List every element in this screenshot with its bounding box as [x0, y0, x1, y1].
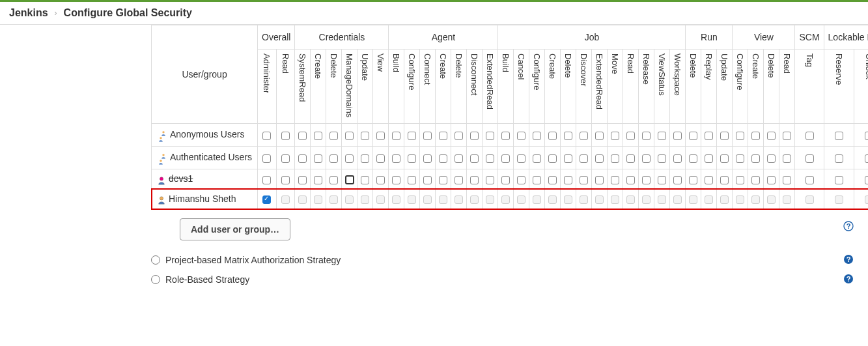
perm-checkbox[interactable]: [564, 176, 572, 184]
perm-checkbox[interactable]: [705, 195, 713, 204]
perm-checkbox[interactable]: [501, 195, 510, 204]
perm-checkbox[interactable]: [658, 195, 666, 204]
perm-checkbox[interactable]: [548, 195, 557, 204]
perm-checkbox[interactable]: [736, 195, 744, 204]
perm-checkbox[interactable]: [642, 154, 651, 163]
perm-checkbox[interactable]: [486, 132, 494, 140]
perm-checkbox[interactable]: [705, 154, 713, 163]
perm-checkbox[interactable]: [501, 154, 510, 163]
perm-checkbox[interactable]: [626, 176, 635, 184]
perm-checkbox[interactable]: [329, 132, 338, 140]
perm-checkbox[interactable]: [470, 132, 479, 140]
perm-checkbox[interactable]: [329, 154, 338, 163]
perm-checkbox[interactable]: [423, 132, 432, 140]
perm-checkbox[interactable]: [423, 176, 432, 184]
perm-checkbox[interactable]: [865, 132, 868, 140]
perm-checkbox[interactable]: [689, 195, 697, 204]
perm-checkbox[interactable]: [361, 195, 369, 204]
perm-checkbox[interactable]: [376, 195, 385, 204]
perm-checkbox[interactable]: [298, 195, 307, 204]
perm-checkbox[interactable]: [314, 132, 322, 140]
perm-checkbox[interactable]: [783, 195, 791, 204]
perm-checkbox[interactable]: [673, 176, 682, 184]
perm-checkbox[interactable]: [783, 176, 791, 184]
perm-checkbox[interactable]: [865, 195, 868, 204]
perm-checkbox[interactable]: [626, 132, 635, 140]
perm-checkbox[interactable]: [835, 195, 843, 204]
perm-checkbox[interactable]: [470, 154, 479, 163]
perm-checkbox[interactable]: [262, 195, 271, 204]
perm-checkbox[interactable]: [408, 154, 416, 163]
perm-checkbox[interactable]: [767, 154, 776, 163]
perm-checkbox[interactable]: [580, 132, 588, 140]
perm-checkbox[interactable]: [423, 154, 432, 163]
perm-checkbox[interactable]: [658, 132, 666, 140]
perm-checkbox[interactable]: [564, 132, 572, 140]
perm-checkbox[interactable]: [298, 132, 307, 140]
perm-checkbox[interactable]: [642, 195, 651, 204]
perm-checkbox[interactable]: [533, 176, 541, 184]
perm-checkbox[interactable]: [865, 154, 868, 163]
perm-checkbox[interactable]: [455, 195, 463, 204]
perm-checkbox[interactable]: [376, 132, 385, 140]
help-icon[interactable]: ?: [843, 274, 854, 285]
perm-checkbox[interactable]: [658, 176, 666, 184]
perm-checkbox[interactable]: [767, 132, 776, 140]
perm-checkbox[interactable]: [455, 154, 463, 163]
perm-checkbox[interactable]: [298, 154, 307, 163]
perm-checkbox[interactable]: [580, 195, 588, 204]
perm-checkbox[interactable]: [439, 195, 447, 204]
perm-checkbox[interactable]: [736, 154, 744, 163]
perm-checkbox[interactable]: [517, 154, 525, 163]
perm-checkbox[interactable]: [705, 132, 713, 140]
perm-checkbox[interactable]: [720, 176, 729, 184]
perm-checkbox[interactable]: [564, 195, 572, 204]
perm-checkbox[interactable]: [751, 154, 760, 163]
perm-checkbox[interactable]: [439, 132, 447, 140]
add-user-or-group-button[interactable]: Add user or group…: [180, 218, 290, 240]
perm-checkbox[interactable]: [720, 154, 729, 163]
perm-checkbox[interactable]: [658, 154, 666, 163]
perm-checkbox[interactable]: [345, 175, 354, 184]
perm-checkbox[interactable]: [281, 176, 290, 184]
perm-checkbox[interactable]: [281, 132, 290, 140]
perm-checkbox[interactable]: [376, 176, 385, 184]
perm-checkbox[interactable]: [345, 195, 354, 204]
strategy-radio[interactable]: [151, 255, 160, 265]
perm-checkbox[interactable]: [439, 154, 447, 163]
perm-checkbox[interactable]: [262, 132, 271, 140]
perm-checkbox[interactable]: [751, 132, 760, 140]
perm-checkbox[interactable]: [533, 195, 541, 204]
perm-checkbox[interactable]: [329, 176, 338, 184]
perm-checkbox[interactable]: [262, 154, 271, 163]
perm-checkbox[interactable]: [361, 132, 369, 140]
perm-checkbox[interactable]: [595, 195, 604, 204]
perm-checkbox[interactable]: [720, 195, 729, 204]
perm-checkbox[interactable]: [392, 132, 400, 140]
perm-checkbox[interactable]: [611, 154, 619, 163]
perm-checkbox[interactable]: [705, 176, 713, 184]
perm-checkbox[interactable]: [281, 154, 290, 163]
perm-checkbox[interactable]: [423, 195, 432, 204]
perm-checkbox[interactable]: [392, 154, 400, 163]
perm-checkbox[interactable]: [262, 176, 271, 184]
perm-checkbox[interactable]: [835, 176, 843, 184]
perm-checkbox[interactable]: [751, 176, 760, 184]
perm-checkbox[interactable]: [329, 195, 338, 204]
perm-checkbox[interactable]: [314, 176, 322, 184]
perm-checkbox[interactable]: [455, 176, 463, 184]
perm-checkbox[interactable]: [805, 132, 814, 140]
perm-checkbox[interactable]: [314, 154, 322, 163]
perm-checkbox[interactable]: [517, 195, 525, 204]
perm-checkbox[interactable]: [835, 154, 843, 163]
perm-checkbox[interactable]: [720, 132, 729, 140]
perm-checkbox[interactable]: [470, 176, 479, 184]
perm-checkbox[interactable]: [501, 132, 510, 140]
perm-checkbox[interactable]: [486, 176, 494, 184]
perm-checkbox[interactable]: [783, 154, 791, 163]
perm-checkbox[interactable]: [626, 195, 635, 204]
perm-checkbox[interactable]: [408, 176, 416, 184]
perm-checkbox[interactable]: [486, 195, 494, 204]
perm-checkbox[interactable]: [736, 132, 744, 140]
perm-checkbox[interactable]: [626, 154, 635, 163]
